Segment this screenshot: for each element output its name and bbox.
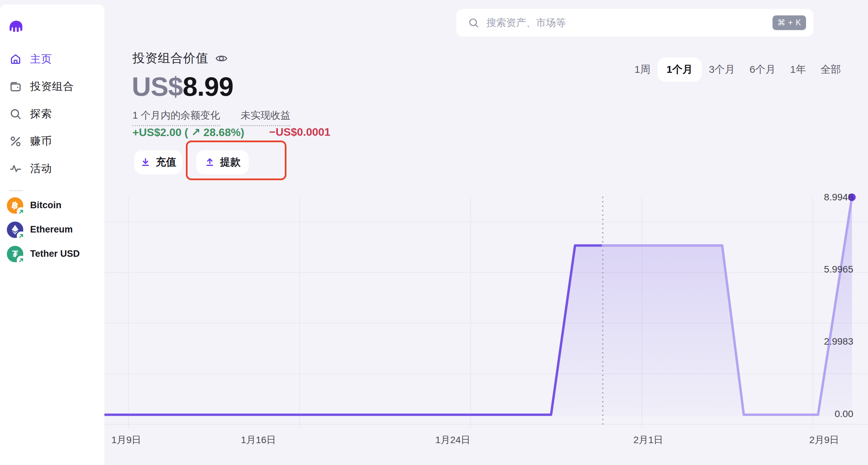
tab-1-month[interactable]: 1个月 [658,57,702,82]
x-axis-tick: 1月16日 [241,434,276,447]
search-bar[interactable]: 搜索资产、市场等 ⌘ + K [456,9,814,37]
sidebar-asset-tether[interactable]: ₮ Tether USD [0,242,104,266]
sidebar-item-home[interactable]: 主页 [0,45,104,73]
portfolio-value: US$8.99 [132,71,233,102]
sidebar-assets: ฿ Bitcoin Ethereum ₮ [0,193,104,266]
withdraw-button-label: 提款 [220,155,241,169]
x-axis-tick: 1月24日 [435,434,471,447]
search-placeholder: 搜索资产、市场等 [486,16,773,30]
tether-icon: ₮ [7,246,23,262]
y-axis-tick: 8.9948 [824,192,853,203]
ethereum-icon [7,222,23,238]
unrealized-pnl-value: −US$0.0001 [269,126,331,139]
sidebar-item-label: 赚币 [30,134,52,148]
x-axis-tick: 2月1日 [633,434,663,447]
activity-icon [9,162,22,175]
search-icon [468,17,480,29]
sidebar-item-portfolio[interactable]: 投资组合 [0,73,104,100]
bitcoin-icon: ฿ [7,197,23,214]
y-axis-tick: 5.9965 [824,264,853,275]
tab-3-months[interactable]: 3个月 [702,57,742,82]
withdraw-icon [204,157,215,168]
asset-label: Tether USD [30,249,80,259]
asset-label: Bitcoin [30,200,62,211]
wallet-icon [9,80,22,93]
unrealized-pnl-label[interactable]: 未实现收益 [241,109,290,126]
sidebar-item-explore[interactable]: 探索 [0,100,104,128]
deposit-button-label: 充值 [156,155,176,169]
sidebar-item-label: 探索 [30,107,52,121]
y-axis-tick: 2.9983 [824,336,853,347]
gain-arrow-icon [17,231,26,240]
kraken-logo[interactable] [8,19,24,35]
sidebar-item-earn[interactable]: 赚币 [0,128,104,155]
sidebar-item-label: 投资组合 [30,79,74,94]
tab-1-week[interactable]: 1周 [627,57,658,82]
sidebar-divider [9,190,23,191]
x-axis-tick: 2月9日 [809,434,839,447]
sidebar-item-activity[interactable]: 活动 [0,155,104,182]
balance-change-value: +US$2.00 ( ↗ 28.68%) [132,126,244,139]
search-icon [9,108,22,120]
gain-arrow-icon [17,256,26,265]
up-right-arrow-icon: ↗ [191,126,201,138]
tab-all[interactable]: 全部 [813,57,848,82]
keyboard-shortcut-badge: ⌘ + K [773,15,806,30]
tab-1-year[interactable]: 1年 [783,57,813,82]
sidebar-asset-ethereum[interactable]: Ethereum [0,217,104,242]
portfolio-value-currency: US$ [132,71,183,102]
home-icon [9,53,22,66]
asset-label: Ethereum [30,224,73,235]
portfolio-value-amount: 8.99 [183,71,233,102]
page-title: 投资组合价值 [132,50,208,67]
deposit-icon [140,157,151,168]
eye-icon[interactable] [215,52,228,65]
sidebar: 主页 投资组合 探索 赚币 [0,4,104,465]
gain-arrow-icon [17,207,26,216]
sidebar-asset-bitcoin[interactable]: ฿ Bitcoin [0,193,104,217]
withdraw-button[interactable]: 提款 [196,150,249,174]
percent-icon [9,135,22,148]
y-axis-tick: 0.00 [835,409,854,420]
sidebar-item-label: 活动 [30,161,52,176]
x-axis-tick: 1月9日 [111,434,141,447]
sidebar-item-label: 主页 [30,52,52,66]
chart-line-past [104,245,603,415]
sidebar-nav: 主页 投资组合 探索 赚币 [0,45,104,182]
deposit-button[interactable]: 充值 [134,150,182,174]
tab-6-months[interactable]: 6个月 [742,57,783,82]
balance-change-label[interactable]: 1 个月内的余额变化 [132,109,220,126]
time-range-tabs: 1周 1个月 3个月 6个月 1年 全部 [627,57,848,82]
